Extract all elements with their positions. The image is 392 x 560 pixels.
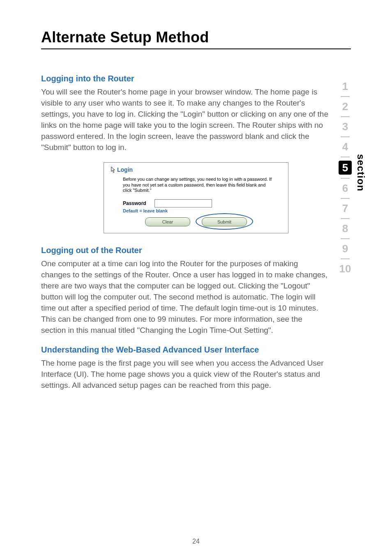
section-nav: 12345678910 section — [339, 80, 367, 275]
section-label: section — [355, 154, 367, 191]
login-link[interactable]: Login — [117, 166, 133, 173]
clear-button[interactable]: Clear — [145, 217, 190, 226]
nav-separator — [341, 116, 350, 117]
title-rule — [41, 48, 351, 49]
cursor-icon — [111, 166, 116, 173]
section-nav-2[interactable]: 2 — [339, 100, 352, 113]
page-title: Alternate Setup Method — [41, 29, 351, 46]
nav-separator — [341, 157, 350, 157]
section-nav-1[interactable]: 1 — [339, 80, 352, 93]
section-nav-5[interactable]: 5 — [339, 161, 352, 175]
heading-understanding: Understanding the Web-Based Advanced Use… — [41, 345, 351, 355]
submit-button[interactable]: Submit — [202, 217, 247, 226]
nav-separator — [341, 96, 350, 97]
section-nav-8[interactable]: 8 — [339, 222, 352, 235]
heading-logging-in: Logging into the Router — [41, 74, 351, 83]
page-number: 24 — [0, 538, 392, 545]
section-nav-9[interactable]: 9 — [339, 242, 352, 255]
section-nav-4[interactable]: 4 — [339, 141, 352, 153]
body-understanding: The home page is the first page you will… — [41, 358, 329, 391]
section-nav-7[interactable]: 7 — [339, 202, 352, 215]
login-description: Before you can change any settings, you … — [123, 177, 275, 194]
section-nav-6[interactable]: 6 — [339, 182, 352, 195]
password-label: Password — [123, 200, 146, 206]
section-nav-10[interactable]: 10 — [339, 263, 352, 275]
nav-separator — [341, 178, 350, 179]
nav-separator — [341, 136, 350, 137]
section-nav-3[interactable]: 3 — [339, 120, 352, 133]
heading-logging-out: Logging out of the Router — [41, 246, 351, 255]
nav-separator — [341, 238, 350, 239]
body-logging-in: You will see the Router's home page in y… — [41, 87, 329, 153]
body-logging-out: One computer at a time can log into the … — [41, 258, 329, 336]
password-input[interactable] — [154, 199, 212, 207]
nav-separator — [341, 198, 350, 199]
nav-separator — [341, 258, 350, 259]
default-hint: Default = leave blank — [123, 208, 281, 213]
login-screenshot: Login Before you can change any settings… — [104, 162, 288, 233]
nav-separator — [341, 218, 350, 219]
